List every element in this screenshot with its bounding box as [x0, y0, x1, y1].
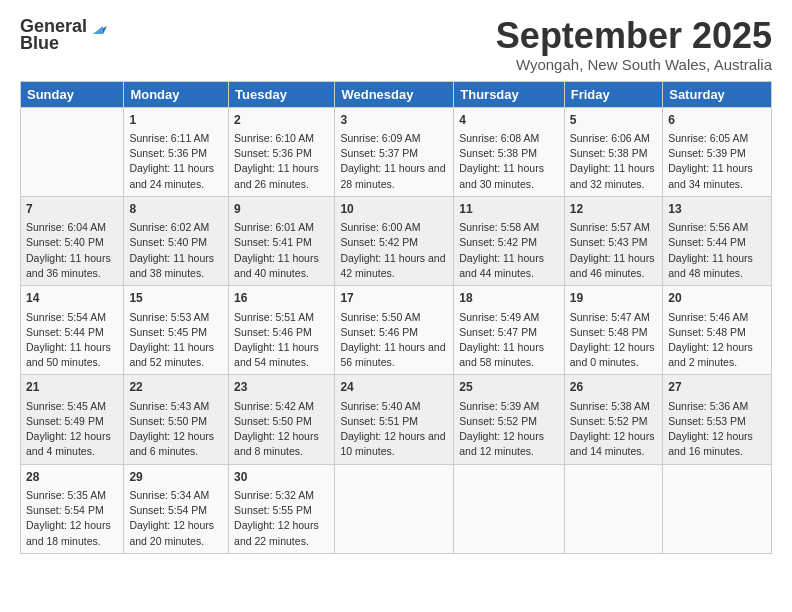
- day-number: 18: [459, 290, 559, 307]
- day-number: 27: [668, 379, 766, 396]
- calendar-cell: 29Sunrise: 5:34 AMSunset: 5:54 PMDayligh…: [124, 464, 229, 553]
- calendar-cell: 30Sunrise: 5:32 AMSunset: 5:55 PMDayligh…: [229, 464, 335, 553]
- calendar-cell: [663, 464, 772, 553]
- daylight-text: Daylight: 12 hours and 0 minutes.: [570, 340, 657, 370]
- header-cell-wednesday: Wednesday: [335, 81, 454, 107]
- sunrise-text: Sunrise: 6:08 AM: [459, 131, 559, 146]
- sunset-text: Sunset: 5:53 PM: [668, 414, 766, 429]
- sunset-text: Sunset: 5:36 PM: [129, 146, 223, 161]
- sunrise-text: Sunrise: 5:39 AM: [459, 399, 559, 414]
- day-number: 26: [570, 379, 657, 396]
- page-header: General Blue September 2025 Wyongah, New…: [20, 16, 772, 73]
- daylight-text: Daylight: 11 hours and 32 minutes.: [570, 161, 657, 191]
- calendar-cell: 14Sunrise: 5:54 AMSunset: 5:44 PMDayligh…: [21, 286, 124, 375]
- sunset-text: Sunset: 5:50 PM: [129, 414, 223, 429]
- sunset-text: Sunset: 5:38 PM: [459, 146, 559, 161]
- location-subtitle: Wyongah, New South Wales, Australia: [496, 56, 772, 73]
- day-number: 30: [234, 469, 329, 486]
- calendar-cell: 6Sunrise: 6:05 AMSunset: 5:39 PMDaylight…: [663, 107, 772, 196]
- sunrise-text: Sunrise: 6:01 AM: [234, 220, 329, 235]
- sunrise-text: Sunrise: 5:58 AM: [459, 220, 559, 235]
- title-block: September 2025 Wyongah, New South Wales,…: [496, 16, 772, 73]
- day-number: 23: [234, 379, 329, 396]
- sunrise-text: Sunrise: 6:00 AM: [340, 220, 448, 235]
- daylight-text: Daylight: 11 hours and 48 minutes.: [668, 251, 766, 281]
- sunrise-text: Sunrise: 5:43 AM: [129, 399, 223, 414]
- daylight-text: Daylight: 12 hours and 22 minutes.: [234, 518, 329, 548]
- sunrise-text: Sunrise: 5:53 AM: [129, 310, 223, 325]
- week-row-1: 1Sunrise: 6:11 AMSunset: 5:36 PMDaylight…: [21, 107, 772, 196]
- daylight-text: Daylight: 11 hours and 38 minutes.: [129, 251, 223, 281]
- sunrise-text: Sunrise: 5:45 AM: [26, 399, 118, 414]
- calendar-cell: 5Sunrise: 6:06 AMSunset: 5:38 PMDaylight…: [564, 107, 662, 196]
- page-container: General Blue September 2025 Wyongah, New…: [0, 0, 792, 564]
- day-number: 17: [340, 290, 448, 307]
- daylight-text: Daylight: 11 hours and 58 minutes.: [459, 340, 559, 370]
- calendar-cell: 2Sunrise: 6:10 AMSunset: 5:36 PMDaylight…: [229, 107, 335, 196]
- day-number: 4: [459, 112, 559, 129]
- calendar-cell: 28Sunrise: 5:35 AMSunset: 5:54 PMDayligh…: [21, 464, 124, 553]
- calendar-cell: [454, 464, 565, 553]
- header-cell-sunday: Sunday: [21, 81, 124, 107]
- calendar-cell: 27Sunrise: 5:36 AMSunset: 5:53 PMDayligh…: [663, 375, 772, 464]
- day-number: 24: [340, 379, 448, 396]
- calendar-cell: 7Sunrise: 6:04 AMSunset: 5:40 PMDaylight…: [21, 196, 124, 285]
- svg-marker-1: [93, 26, 103, 34]
- week-row-4: 21Sunrise: 5:45 AMSunset: 5:49 PMDayligh…: [21, 375, 772, 464]
- sunrise-text: Sunrise: 5:47 AM: [570, 310, 657, 325]
- daylight-text: Daylight: 12 hours and 12 minutes.: [459, 429, 559, 459]
- sunrise-text: Sunrise: 5:50 AM: [340, 310, 448, 325]
- header-cell-monday: Monday: [124, 81, 229, 107]
- calendar-cell: [21, 107, 124, 196]
- sunrise-text: Sunrise: 5:34 AM: [129, 488, 223, 503]
- daylight-text: Daylight: 11 hours and 40 minutes.: [234, 251, 329, 281]
- calendar-cell: [335, 464, 454, 553]
- daylight-text: Daylight: 11 hours and 52 minutes.: [129, 340, 223, 370]
- daylight-text: Daylight: 12 hours and 6 minutes.: [129, 429, 223, 459]
- sunset-text: Sunset: 5:55 PM: [234, 503, 329, 518]
- header-cell-thursday: Thursday: [454, 81, 565, 107]
- sunset-text: Sunset: 5:36 PM: [234, 146, 329, 161]
- sunset-text: Sunset: 5:39 PM: [668, 146, 766, 161]
- day-number: 16: [234, 290, 329, 307]
- day-number: 1: [129, 112, 223, 129]
- day-number: 20: [668, 290, 766, 307]
- sunrise-text: Sunrise: 5:54 AM: [26, 310, 118, 325]
- calendar-cell: 21Sunrise: 5:45 AMSunset: 5:49 PMDayligh…: [21, 375, 124, 464]
- sunset-text: Sunset: 5:44 PM: [26, 325, 118, 340]
- sunset-text: Sunset: 5:50 PM: [234, 414, 329, 429]
- daylight-text: Daylight: 11 hours and 56 minutes.: [340, 340, 448, 370]
- sunset-text: Sunset: 5:44 PM: [668, 235, 766, 250]
- sunset-text: Sunset: 5:52 PM: [459, 414, 559, 429]
- calendar-body: 1Sunrise: 6:11 AMSunset: 5:36 PMDaylight…: [21, 107, 772, 553]
- calendar-cell: 15Sunrise: 5:53 AMSunset: 5:45 PMDayligh…: [124, 286, 229, 375]
- day-number: 19: [570, 290, 657, 307]
- sunrise-text: Sunrise: 6:09 AM: [340, 131, 448, 146]
- calendar-cell: 13Sunrise: 5:56 AMSunset: 5:44 PMDayligh…: [663, 196, 772, 285]
- day-number: 29: [129, 469, 223, 486]
- day-number: 14: [26, 290, 118, 307]
- sunrise-text: Sunrise: 6:04 AM: [26, 220, 118, 235]
- header-cell-friday: Friday: [564, 81, 662, 107]
- daylight-text: Daylight: 11 hours and 26 minutes.: [234, 161, 329, 191]
- sunrise-text: Sunrise: 5:46 AM: [668, 310, 766, 325]
- sunset-text: Sunset: 5:37 PM: [340, 146, 448, 161]
- sunset-text: Sunset: 5:54 PM: [26, 503, 118, 518]
- header-cell-saturday: Saturday: [663, 81, 772, 107]
- day-number: 10: [340, 201, 448, 218]
- sunset-text: Sunset: 5:40 PM: [129, 235, 223, 250]
- calendar-cell: 12Sunrise: 5:57 AMSunset: 5:43 PMDayligh…: [564, 196, 662, 285]
- logo-icon: [89, 16, 111, 38]
- calendar-cell: 24Sunrise: 5:40 AMSunset: 5:51 PMDayligh…: [335, 375, 454, 464]
- calendar-cell: 11Sunrise: 5:58 AMSunset: 5:42 PMDayligh…: [454, 196, 565, 285]
- daylight-text: Daylight: 11 hours and 44 minutes.: [459, 251, 559, 281]
- header-cell-tuesday: Tuesday: [229, 81, 335, 107]
- sunset-text: Sunset: 5:52 PM: [570, 414, 657, 429]
- calendar-cell: 23Sunrise: 5:42 AMSunset: 5:50 PMDayligh…: [229, 375, 335, 464]
- calendar-cell: 22Sunrise: 5:43 AMSunset: 5:50 PMDayligh…: [124, 375, 229, 464]
- sunset-text: Sunset: 5:38 PM: [570, 146, 657, 161]
- sunrise-text: Sunrise: 5:40 AM: [340, 399, 448, 414]
- daylight-text: Daylight: 11 hours and 42 minutes.: [340, 251, 448, 281]
- sunset-text: Sunset: 5:42 PM: [340, 235, 448, 250]
- calendar-cell: [564, 464, 662, 553]
